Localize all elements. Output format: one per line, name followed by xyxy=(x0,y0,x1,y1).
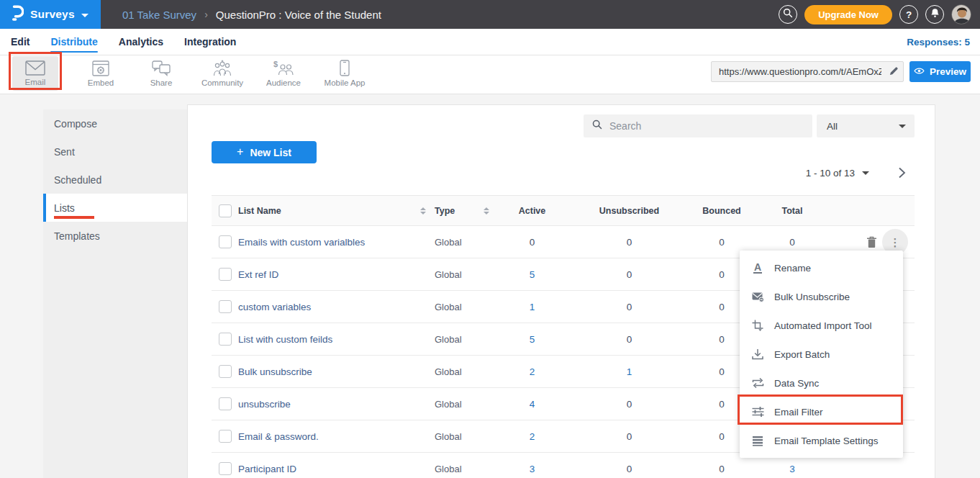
active-count[interactable]: 3 xyxy=(505,464,559,474)
active-count[interactable]: 2 xyxy=(505,431,559,442)
channel-label: Mobile App xyxy=(325,78,366,87)
pagination-dropdown-icon[interactable] xyxy=(862,171,869,175)
bounced-count: 0 xyxy=(699,464,744,474)
edit-url-button[interactable] xyxy=(884,62,903,81)
delete-list-button[interactable] xyxy=(863,234,879,250)
mobile-app-icon xyxy=(340,60,350,76)
search-input[interactable] xyxy=(609,120,812,132)
list-type: Global xyxy=(435,431,484,442)
automated-import-icon xyxy=(751,320,764,332)
unsubscribed-count[interactable]: 1 xyxy=(559,366,699,377)
tab-analytics[interactable]: Analytics xyxy=(119,36,163,48)
menu-item-data-sync[interactable]: Data Sync xyxy=(740,369,903,397)
active-count[interactable]: 4 xyxy=(505,399,559,410)
list-type: Global xyxy=(435,399,484,410)
channel-share[interactable]: Share xyxy=(136,56,186,91)
notifications-button[interactable] xyxy=(925,5,944,24)
list-filter-select[interactable]: All xyxy=(817,114,915,137)
rename-icon: A xyxy=(751,262,764,274)
total-count[interactable]: 3 xyxy=(744,464,840,474)
avatar[interactable] xyxy=(951,4,971,24)
top-header: Surveys 01 Take Survey › QuestionPro : V… xyxy=(0,0,980,29)
active-count[interactable]: 1 xyxy=(505,302,559,312)
channel-label: Email xyxy=(25,78,46,86)
active-count[interactable]: 2 xyxy=(505,366,559,377)
sidebar-item-templates[interactable]: Templates xyxy=(43,222,187,250)
col-active: Active xyxy=(505,206,559,216)
menu-item-rename[interactable]: A Rename xyxy=(740,253,903,282)
list-name-link[interactable]: custom variables xyxy=(238,302,420,312)
preview-button[interactable]: Preview xyxy=(909,61,971,82)
eye-icon xyxy=(914,66,925,77)
upgrade-now-button[interactable]: Upgrade Now xyxy=(804,5,892,24)
bounced-count: 0 xyxy=(699,237,744,248)
pagination-range: 1 - 10 of 13 xyxy=(806,168,855,179)
menu-item-automated-import-tool[interactable]: Automated Import Tool xyxy=(740,311,903,340)
row-checkbox[interactable] xyxy=(219,333,232,346)
tab-edit[interactable]: Edit xyxy=(11,36,30,48)
sidebar-item-compose[interactable]: Compose xyxy=(43,109,187,137)
share-icon xyxy=(152,60,171,76)
pencil-icon xyxy=(889,66,899,78)
community-icon xyxy=(212,60,232,76)
bounced-count: 0 xyxy=(699,399,744,410)
list-name-link[interactable]: Emails with custom varialbles xyxy=(238,237,420,248)
row-checkbox[interactable] xyxy=(219,365,232,378)
distribute-toolbar: Email Embed Share Community $ Audience xyxy=(0,55,980,94)
sort-icon[interactable] xyxy=(420,207,435,215)
bounced-count: 0 xyxy=(699,366,744,377)
sidebar-item-scheduled[interactable]: Scheduled xyxy=(43,166,187,194)
menu-item-email-filter[interactable]: Email Filter xyxy=(740,397,903,426)
channel-audience[interactable]: $ Audience xyxy=(258,56,309,91)
next-page-button[interactable] xyxy=(898,167,906,179)
filter-selected-value: All xyxy=(827,121,899,132)
row-checkbox[interactable] xyxy=(219,462,232,475)
list-name-link[interactable]: Participant ID xyxy=(238,464,420,474)
menu-item-email-template-settings[interactable]: Email Template Settings xyxy=(740,426,903,455)
bounced-count: 0 xyxy=(699,431,744,442)
select-all-checkbox[interactable] xyxy=(219,204,232,217)
list-name-link[interactable]: List with custom feilds xyxy=(238,334,420,345)
new-list-button[interactable]: + New List xyxy=(212,141,317,163)
breadcrumb-survey-link[interactable]: 01 Take Survey xyxy=(122,9,196,21)
row-checkbox[interactable] xyxy=(219,235,232,248)
sidebar-item-lists[interactable]: Lists xyxy=(43,194,187,222)
unsubscribed-count: 0 xyxy=(559,302,699,312)
list-name-link[interactable]: Email & password. xyxy=(238,431,420,442)
row-checkbox[interactable] xyxy=(219,397,232,410)
total-count: 0 xyxy=(744,237,840,248)
list-type: Global xyxy=(435,269,484,280)
list-name-link[interactable]: unsubscribe xyxy=(238,399,420,410)
responses-count: Responses: 5 xyxy=(907,37,970,48)
list-type: Global xyxy=(435,334,484,345)
email-sidebar: Compose Sent Scheduled Lists Templates xyxy=(43,109,187,478)
email-icon xyxy=(25,60,45,76)
menu-item-bulk-unsubscribe[interactable]: Bulk Unsubscribe xyxy=(740,282,903,311)
active-count[interactable]: 5 xyxy=(505,334,559,345)
tab-distribute[interactable]: Distribute xyxy=(50,36,97,48)
active-count[interactable]: 5 xyxy=(505,269,559,280)
tab-integration[interactable]: Integration xyxy=(184,36,236,48)
help-button[interactable]: ? xyxy=(899,5,918,24)
svg-text:$: $ xyxy=(273,60,278,68)
row-checkbox[interactable] xyxy=(219,300,232,313)
channel-label: Embed xyxy=(88,78,114,87)
channel-label: Share xyxy=(150,78,173,87)
dots-vertical-icon: ⋮ xyxy=(890,237,901,248)
email-filter-icon xyxy=(751,406,764,418)
channel-mobile-app[interactable]: Mobile App xyxy=(317,56,373,91)
sidebar-item-sent[interactable]: Sent xyxy=(43,137,187,166)
channel-community[interactable]: Community xyxy=(194,56,250,91)
list-name-link[interactable]: Ext ref ID xyxy=(238,269,420,280)
row-checkbox[interactable] xyxy=(219,268,232,281)
product-switcher[interactable]: Surveys xyxy=(0,0,101,29)
sort-icon[interactable] xyxy=(484,207,505,215)
channel-embed[interactable]: Embed xyxy=(76,56,125,91)
search-button[interactable] xyxy=(779,5,797,24)
menu-item-export-batch[interactable]: Export Batch xyxy=(740,340,903,369)
list-name-link[interactable]: Bulk unsubscribe xyxy=(238,366,420,377)
survey-url-input[interactable] xyxy=(712,62,884,81)
col-total: Total xyxy=(744,206,840,216)
channel-email[interactable]: Email xyxy=(12,56,58,91)
row-checkbox[interactable] xyxy=(219,430,232,443)
